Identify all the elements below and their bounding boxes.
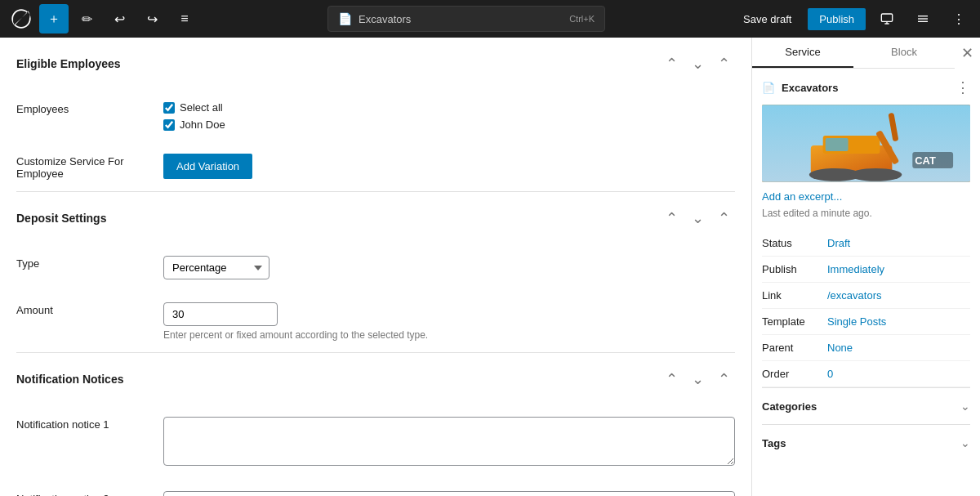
notice2-label: Notification notice 2 [16,491,147,496]
order-value[interactable]: 0 [827,368,833,380]
notice2-control [163,491,735,496]
add-block-button[interactable]: ＋ [39,4,69,34]
link-row: Link /excavators [762,283,970,309]
notification-collapse-down[interactable]: ⌄ [686,368,709,391]
deposit-more[interactable]: ⌃ [712,207,735,230]
deposit-collapse-up[interactable]: ⌃ [660,207,683,230]
block-document-icon: 📄 [762,82,775,94]
status-value[interactable]: Draft [827,237,850,249]
more-options-button[interactable]: ⋮ [944,4,973,34]
content-area: Eligible Employees ⌃ ⌄ ⌃ Employees Selec… [0,38,751,496]
notification-collapse-up[interactable]: ⌃ [660,368,683,391]
deposit-collapse-down[interactable]: ⌄ [686,207,709,230]
parent-value[interactable]: None [827,342,853,354]
link-label: Link [762,289,827,302]
notice1-control [163,417,735,468]
select-all-checkbox[interactable] [163,102,175,114]
notification-notices-section: Notification Notices ⌃ ⌄ ⌃ Notification … [16,353,735,496]
sidebar-close-button[interactable]: ✕ [955,38,980,69]
status-label: Status [762,237,827,249]
type-label: Type [16,256,147,270]
block-image: CAT [762,105,970,182]
categories-header[interactable]: Categories ⌄ [762,396,970,416]
amount-input[interactable] [163,302,278,326]
eligible-employees-header[interactable]: Eligible Employees ⌃ ⌄ ⌃ [16,38,735,90]
deposit-settings-header[interactable]: Deposit Settings ⌃ ⌄ ⌃ [16,192,735,244]
notice1-textarea[interactable] [163,417,735,466]
sidebar-tabs: Service Block [752,38,955,69]
wp-logo [7,4,36,34]
status-row: Status Draft [762,230,970,257]
customize-service-row: Customize Service For Employee Add Varia… [16,142,735,191]
settings-button[interactable] [908,4,938,34]
main-layout: Eligible Employees ⌃ ⌄ ⌃ Employees Selec… [0,38,980,496]
undo-button[interactable]: ↩ [105,4,134,34]
publish-button[interactable]: Publish [808,8,866,30]
sidebar-tabs-row: Service Block ✕ [752,38,980,69]
order-row: Order 0 [762,361,970,387]
tab-block[interactable]: Block [853,38,955,68]
right-sidebar: Service Block ✕ 📄 Excavators ⋮ [751,38,980,496]
deposit-settings-section: Deposit Settings ⌃ ⌄ ⌃ Type Percentage F… [16,192,735,353]
list-view-button[interactable]: ≡ [170,4,199,34]
preview-button[interactable] [872,4,902,34]
save-draft-button[interactable]: Save draft [733,8,801,30]
select-all-checkbox-item[interactable]: Select all [163,101,735,114]
parent-label: Parent [762,342,827,354]
select-all-label: Select all [180,101,223,114]
parent-row: Parent None [762,335,970,361]
template-value[interactable]: Single Posts [827,315,886,328]
type-select[interactable]: Percentage Fixed [163,256,270,279]
employees-row: Employees Select all John Doe [16,90,735,142]
amount-hint: Enter percent or fixed amount according … [163,329,735,341]
section-controls: ⌃ ⌄ ⌃ [660,52,735,75]
toolbar-right: Save draft Publish ⋮ [733,4,973,34]
redo-button[interactable]: ↪ [137,4,167,34]
john-doe-checkbox-item[interactable]: John Doe [163,118,735,131]
svg-rect-3 [918,21,928,22]
block-menu-button[interactable]: ⋮ [956,78,970,96]
svg-rect-0 [881,14,892,21]
collapse-down-button[interactable]: ⌄ [686,52,709,75]
search-shortcut: Ctrl+K [569,14,595,24]
svg-rect-1 [918,16,928,16]
amount-control: Enter percent or fixed amount according … [163,302,735,341]
john-doe-checkbox[interactable] [163,119,175,131]
notification-more[interactable]: ⌃ [712,368,735,391]
svg-rect-2 [918,18,928,19]
deposit-settings-title: Deposit Settings [16,212,106,225]
publish-row: Publish Immediately [762,257,970,283]
notice2-textarea[interactable] [163,491,735,496]
block-title-text: Excavators [782,82,838,94]
publish-meta-label: Publish [762,263,827,275]
employees-checkboxes: Select all John Doe [163,101,735,131]
last-edited-text: Last edited a minute ago. [762,208,970,219]
customize-service-control: Add Variation [163,154,735,179]
template-row: Template Single Posts [762,309,970,335]
tab-service[interactable]: Service [752,38,853,68]
tags-chevron-icon: ⌄ [960,436,970,449]
deposit-section-controls: ⌃ ⌄ ⌃ [660,207,735,230]
toolbar-search: 📄 Excavators Ctrl+K [203,6,730,32]
notification-notices-title: Notification Notices [16,373,123,386]
eligible-employees-section: Eligible Employees ⌃ ⌄ ⌃ Employees Selec… [16,38,735,192]
toolbar: ＋ ✏ ↩ ↪ ≡ 📄 Excavators Ctrl+K Save draft… [0,0,980,38]
add-excerpt-link[interactable]: Add an excerpt... [762,190,970,203]
tools-button[interactable]: ✏ [72,4,101,34]
section-more-button[interactable]: ⌃ [712,52,735,75]
categories-chevron-icon: ⌄ [960,400,970,413]
order-label: Order [762,368,827,380]
type-control: Percentage Fixed [163,256,735,279]
search-text: Excavators [359,13,563,25]
type-row: Type Percentage Fixed [16,244,735,291]
add-variation-button[interactable]: Add Variation [163,154,252,179]
block-title-row: 📄 Excavators [762,82,838,94]
tags-header[interactable]: Tags ⌄ [762,433,970,453]
amount-label: Amount [16,302,147,316]
publish-meta-value[interactable]: Immediately [827,263,884,275]
customize-service-label: Customize Service For Employee [16,154,147,180]
collapse-up-button[interactable]: ⌃ [660,52,683,75]
notification-notices-header[interactable]: Notification Notices ⌃ ⌄ ⌃ [16,353,735,405]
link-value[interactable]: /excavators [827,289,881,302]
svg-rect-7 [826,138,849,151]
